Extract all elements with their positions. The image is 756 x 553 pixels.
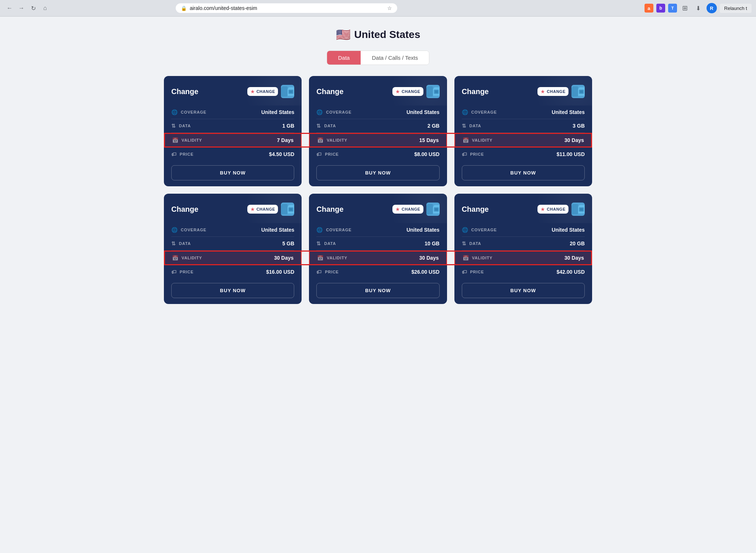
data-label-2gb: ⇅ DATA xyxy=(316,123,336,129)
data-label-10gb: ⇅ DATA xyxy=(316,241,336,246)
coverage-value-5gb: United States xyxy=(261,227,294,233)
card-header-2gb: Change ★ CHANGE xyxy=(309,76,447,106)
logo-text-3gb: CHANGE xyxy=(547,89,566,94)
coverage-value-2gb: United States xyxy=(406,109,439,115)
validity-row-20gb: 📅 VALIDITY 30 Days xyxy=(454,250,592,265)
address-bar[interactable]: 🔒 airalo.com/united-states-esim ☆ xyxy=(176,3,397,13)
data-icon-10gb: ⇅ xyxy=(316,241,321,246)
data-value-1gb: 1 GB xyxy=(282,123,295,129)
download-button[interactable]: ⬇ xyxy=(693,3,704,13)
translate-icon[interactable]: T xyxy=(668,4,677,13)
logo-text-2gb: CHANGE xyxy=(402,89,420,94)
calendar-icon-20gb: 📅 xyxy=(463,255,469,261)
data-icon-5gb: ⇅ xyxy=(171,241,176,246)
logo-star-3gb: ★ xyxy=(540,89,545,94)
ext-b-icon[interactable]: b xyxy=(656,4,665,13)
price-row-3gb: 🏷 PRICE $11.00 USD xyxy=(462,148,585,161)
buy-button-2gb[interactable]: BUY NOW xyxy=(316,165,439,180)
card-body-1gb: 🌐 COVERAGE United States ⇅ DATA 1 GB xyxy=(164,106,302,186)
cards-row-1-wrapper: Change ★ CHANGE xyxy=(164,76,592,186)
price-row-10gb: 🏷 PRICE $26.00 USD xyxy=(316,265,439,279)
card-logo-area-10gb: ★ CHANGE xyxy=(392,203,440,216)
data-value-2gb: 2 GB xyxy=(427,123,440,129)
price-value-1gb: $4.50 USD xyxy=(269,151,294,157)
data-icon-1gb: ⇅ xyxy=(171,123,176,129)
price-row-5gb: 🏷 PRICE $16.00 USD xyxy=(171,265,294,279)
tag-icon-3gb: 🏷 xyxy=(462,151,467,157)
cards-row-1: Change ★ CHANGE xyxy=(164,76,592,186)
validity-label-3gb: 📅 VALIDITY xyxy=(463,137,493,143)
card-body-3gb: 🌐 COVERAGE United States ⇅ DATA 3 GB xyxy=(454,106,592,186)
coverage-label-10gb: 🌐 COVERAGE xyxy=(316,227,351,233)
plan-card-10gb: Change ★ CHANGE xyxy=(309,194,447,304)
data-label-20gb: ⇅ DATA xyxy=(462,241,481,246)
price-label-20gb: 🏷 PRICE xyxy=(462,269,484,275)
buy-button-10gb[interactable]: BUY NOW xyxy=(316,283,439,298)
globe-icon-1gb: 🌐 xyxy=(171,109,178,115)
price-value-20gb: $42.00 USD xyxy=(557,269,585,275)
validity-label-20gb: 📅 VALIDITY xyxy=(463,255,493,261)
sim-icon-5gb xyxy=(281,203,294,216)
sim-icon-2gb xyxy=(426,85,440,98)
logo-star-20gb: ★ xyxy=(540,206,545,212)
extensions-button[interactable]: ⊞ xyxy=(680,3,690,13)
card-header-3gb: Change ★ CHANGE xyxy=(454,76,592,106)
card-body-5gb: 🌐 COVERAGE United States ⇅ DATA 5 GB xyxy=(164,223,302,304)
brand-name-2gb: Change xyxy=(316,87,343,96)
plan-card-5gb: Change ★ CHANGE xyxy=(164,194,302,304)
page-header: 🇺🇸 United States xyxy=(164,28,592,42)
validity-value-5gb: 30 Days xyxy=(274,255,293,261)
sim-icon-10gb xyxy=(426,203,440,216)
star-icon[interactable]: ☆ xyxy=(387,5,392,11)
buy-button-5gb[interactable]: BUY NOW xyxy=(171,283,294,298)
card-logo-area-2gb: ★ CHANGE xyxy=(392,85,440,98)
relaunch-button[interactable]: Relaunch t xyxy=(720,4,752,13)
cards-row-2-wrapper: Change ★ CHANGE xyxy=(164,194,592,304)
data-icon-3gb: ⇅ xyxy=(462,123,467,129)
brand-name-3gb: Change xyxy=(462,87,489,96)
validity-label-10gb: 📅 VALIDITY xyxy=(317,255,347,261)
coverage-value-10gb: United States xyxy=(406,227,439,233)
forward-button[interactable]: → xyxy=(16,3,27,13)
svg-rect-1 xyxy=(289,91,292,93)
sim-icon-3gb xyxy=(571,85,585,98)
data-icon-20gb: ⇅ xyxy=(462,241,467,246)
card-logo-area-3gb: ★ CHANGE xyxy=(537,85,585,98)
home-button[interactable]: ⌂ xyxy=(40,3,50,13)
card-logo-area-1gb: ★ CHANGE xyxy=(247,85,295,98)
logo-text-5gb: CHANGE xyxy=(257,207,275,211)
buy-button-1gb[interactable]: BUY NOW xyxy=(171,165,294,180)
user-avatar[interactable]: R xyxy=(707,3,717,13)
logo-text-1gb: CHANGE xyxy=(257,89,275,94)
coverage-row-20gb: 🌐 COVERAGE United States xyxy=(462,223,585,237)
browser-chrome: ← → ↻ ⌂ 🔒 airalo.com/united-states-esim … xyxy=(0,0,756,17)
validity-value-1gb: 7 Days xyxy=(277,137,293,143)
coverage-value-20gb: United States xyxy=(552,227,585,233)
reload-button[interactable]: ↻ xyxy=(28,3,38,13)
coverage-label-5gb: 🌐 COVERAGE xyxy=(171,227,206,233)
buy-button-20gb[interactable]: BUY NOW xyxy=(462,283,585,298)
plan-card-1gb: Change ★ CHANGE xyxy=(164,76,302,186)
logo-star-1gb: ★ xyxy=(250,89,255,94)
back-button[interactable]: ← xyxy=(4,3,15,13)
logo-text-10gb: CHANGE xyxy=(402,207,420,211)
svg-rect-5 xyxy=(580,91,583,93)
calendar-icon-10gb: 📅 xyxy=(317,255,324,261)
price-row-2gb: 🏷 PRICE $8.00 USD xyxy=(316,148,439,161)
data-label-3gb: ⇅ DATA xyxy=(462,123,481,129)
card-logo-area-20gb: ★ CHANGE xyxy=(537,203,585,216)
svg-rect-7 xyxy=(289,208,292,211)
ext-a-icon[interactable]: a xyxy=(645,4,653,13)
logo-star-2gb: ★ xyxy=(395,89,400,94)
plan-card-20gb: Change ★ CHANGE xyxy=(454,194,592,304)
tab-data-calls-texts[interactable]: Data / Calls / Texts xyxy=(361,51,429,65)
calendar-icon-5gb: 📅 xyxy=(172,255,179,261)
coverage-value-1gb: United States xyxy=(261,109,294,115)
brand-name-1gb: Change xyxy=(171,87,198,96)
validity-value-20gb: 30 Days xyxy=(564,255,584,261)
logo-badge-2gb: ★ CHANGE xyxy=(392,87,423,96)
tab-data[interactable]: Data xyxy=(327,51,361,65)
coverage-label-2gb: 🌐 COVERAGE xyxy=(316,109,351,115)
buy-button-3gb[interactable]: BUY NOW xyxy=(462,165,585,180)
tag-icon-2gb: 🏷 xyxy=(316,151,322,157)
